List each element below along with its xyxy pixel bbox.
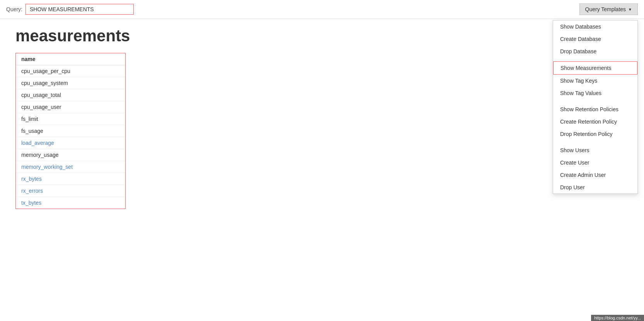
menu-item-show-tag-keys[interactable]: Show Tag Keys xyxy=(553,75,637,87)
table-row: rx_errors xyxy=(16,185,125,197)
menu-divider-2 xyxy=(553,99,637,103)
table-row: rx_bytes xyxy=(16,173,125,185)
table-row: fs_usage xyxy=(16,125,125,137)
table-cell-name: cpu_usage_total xyxy=(16,89,125,101)
menu-item-drop-database[interactable]: Drop Database xyxy=(553,45,637,58)
menu-item-create-database[interactable]: Create Database xyxy=(553,33,637,45)
query-templates-dropdown: Show Databases Create Database Drop Data… xyxy=(553,20,638,194)
main-content: measurements name cpu_usage_per_cpucpu_u… xyxy=(0,19,644,217)
table-cell-name: memory_usage xyxy=(16,149,125,161)
table-cell-name: cpu_usage_per_cpu xyxy=(16,65,125,77)
menu-item-show-retention-policies[interactable]: Show Retention Policies xyxy=(553,103,637,115)
table-row: cpu_usage_system xyxy=(16,77,125,89)
menu-item-drop-retention-policy[interactable]: Drop Retention Policy xyxy=(553,128,637,140)
query-templates-label: Query Templates xyxy=(585,6,626,12)
table-cell-name[interactable]: load_average xyxy=(16,137,125,149)
table-cell-name[interactable]: memory_working_set xyxy=(16,161,125,173)
table-row: cpu_usage_per_cpu xyxy=(16,65,125,77)
menu-item-show-tag-values[interactable]: Show Tag Values xyxy=(553,87,637,99)
table-row: tx_bytes xyxy=(16,197,125,209)
measurements-table: name cpu_usage_per_cpucpu_usage_systemcp… xyxy=(15,53,126,209)
menu-item-create-admin-user[interactable]: Create Admin User xyxy=(553,169,637,181)
table-cell-name: cpu_usage_system xyxy=(16,77,125,89)
top-bar: Query: Query Templates ▼ Show Databases … xyxy=(0,0,644,19)
menu-item-show-databases[interactable]: Show Databases xyxy=(553,20,637,33)
menu-item-create-user[interactable]: Create User xyxy=(553,156,637,169)
section-title: measurements xyxy=(15,27,629,45)
query-input[interactable] xyxy=(26,4,134,15)
menu-item-show-users[interactable]: Show Users xyxy=(553,144,637,156)
table-cell-name[interactable]: tx_bytes xyxy=(16,197,125,209)
menu-item-show-measurements[interactable]: Show Measurements xyxy=(553,61,637,75)
menu-item-create-retention-policy[interactable]: Create Retention Policy xyxy=(553,115,637,128)
table-row: memory_usage xyxy=(16,149,125,161)
table-row: cpu_usage_total xyxy=(16,89,125,101)
table-cell-name: fs_usage xyxy=(16,125,125,137)
caret-icon: ▼ xyxy=(628,7,632,12)
query-templates-button[interactable]: Query Templates ▼ xyxy=(579,3,638,15)
table-cell-name[interactable]: rx_errors xyxy=(16,185,125,197)
table-row: load_average xyxy=(16,137,125,149)
table-cell-name[interactable]: rx_bytes xyxy=(16,173,125,185)
menu-divider-1 xyxy=(553,58,637,61)
table-row: fs_limit xyxy=(16,113,125,125)
table-row: memory_working_set xyxy=(16,161,125,173)
query-label: Query: xyxy=(6,6,22,12)
table-header-name: name xyxy=(16,53,125,65)
menu-item-drop-user[interactable]: Drop User xyxy=(553,181,637,194)
table-cell-name: fs_limit xyxy=(16,113,125,125)
table-cell-name: cpu_usage_user xyxy=(16,101,125,113)
table-row: cpu_usage_user xyxy=(16,101,125,113)
menu-divider-3 xyxy=(553,140,637,144)
